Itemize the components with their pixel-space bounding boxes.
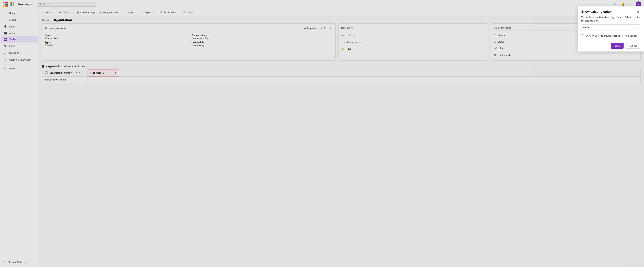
copilot-feedback-checkbox[interactable] bbox=[581, 34, 584, 37]
required-star: * bbox=[638, 34, 638, 38]
modal-header: Show existing column ✕ bbox=[578, 7, 644, 16]
modal-close-button[interactable]: ✕ bbox=[636, 10, 640, 14]
modal-overlay: Show existing column ✕ This table has ad… bbox=[0, 0, 644, 267]
modal-body: ✕ bbox=[578, 25, 644, 32]
show-existing-column-modal: Show existing column ✕ This table has ad… bbox=[578, 6, 644, 52]
copilot-icon: ⊕ bbox=[586, 34, 588, 38]
copilot-label-text: Allow users to provide feedback for App … bbox=[589, 34, 636, 38]
modal-footer: Save Cancel bbox=[578, 40, 644, 52]
modal-description: This table has additional existing colum… bbox=[578, 16, 644, 25]
copilot-feedback-label: ⊕ Allow users to provide feedback for Ap… bbox=[586, 34, 638, 38]
modal-title: Show existing column bbox=[581, 10, 614, 14]
modal-cancel-button[interactable]: Cancel bbox=[625, 43, 640, 49]
modal-search-field[interactable]: ✕ bbox=[581, 25, 640, 30]
modal-search-input[interactable] bbox=[583, 26, 635, 29]
modal-checkbox-row: ⊕ Allow users to provide feedback for Ap… bbox=[578, 32, 644, 40]
modal-search-clear[interactable]: ✕ bbox=[636, 26, 638, 29]
modal-save-button[interactable]: Save bbox=[611, 43, 624, 49]
